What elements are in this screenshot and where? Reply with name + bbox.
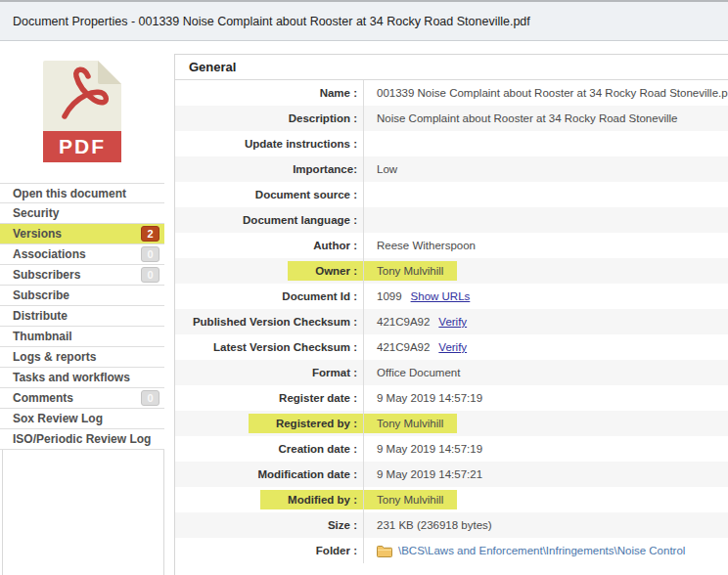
sidebar-item-label: Tasks and workflows [13,371,130,384]
property-label: Modified by : [260,490,363,509]
property-value-highlighted: Tony Mulvihill [364,261,457,281]
sidebar-item-label: Subscribers [13,268,80,282]
row-size: Size : 231 KB (236918 bytes) [175,512,728,538]
row-description: Description : Noise Complaint about Roos… [175,106,728,131]
sidebar-item-thumbnail[interactable]: Thumbnail [0,327,164,347]
property-value: 9 May 2019 14:57:21 [364,468,482,480]
versions-count-badge: 2 [141,226,159,242]
associations-count-badge: 0 [141,246,159,262]
sidebar-item-label: Open this document [13,187,126,200]
sidebar-item-label: Logs & reports [13,350,96,364]
sidebar-item-tasks-workflows[interactable]: Tasks and workflows [0,368,164,388]
row-owner: Owner : Tony Mulvihill [175,258,728,284]
row-latest-version-checksum: Latest Version Checksum : 421C9A92 Verif… [175,334,728,360]
sidebar-item-logs-reports[interactable]: Logs & reports [0,347,164,368]
property-label: Published Version Checksum : [193,316,363,328]
row-modified-by: Modified by : Tony Mulvihill [175,487,728,512]
subscribers-count-badge: 0 [141,267,159,283]
dialog-title: Document Properties - 001339 Noise Compl… [13,15,530,28]
property-value: Reese Witherspoon [364,240,476,251]
sidebar-item-sox-review-log[interactable]: Sox Review Log [0,409,164,429]
property-label: Size : [328,519,363,531]
sidebar-item-label: Comments [13,391,73,405]
property-value: 421C9A92 [364,341,430,353]
property-label: Folder : [316,545,363,556]
property-label: Owner : [288,261,363,281]
property-label: Registered by : [249,414,363,433]
dialog-titlebar: Document Properties - 001339 Noise Compl… [0,0,728,41]
row-author: Author : Reese Witherspoon [175,233,728,258]
sidebar-item-associations[interactable]: Associations 0 [0,244,164,265]
property-value: 9 May 2019 14:57:19 [364,392,482,404]
property-value: Low [364,163,397,175]
property-value-highlighted: Tony Mulvihill [364,414,457,433]
sidebar-item-versions[interactable]: Versions 2 [0,224,164,244]
sidebar-item-label: Thumbnail [13,330,72,343]
verify-published-checksum-link[interactable]: Verify [438,316,467,328]
sidebar-item-label: Versions [13,227,62,241]
property-label: Latest Version Checksum : [213,341,363,353]
sidebar-item-label: Security [13,206,59,220]
row-folder: Folder : \BCS\Laws and Enforcement\Infri… [175,538,728,563]
property-label: Format : [312,367,363,378]
sidebar-item-comments[interactable]: Comments 0 [0,388,164,409]
sidebar-item-security[interactable]: Security [0,203,164,224]
show-urls-link[interactable]: Show URLs [411,290,471,302]
sidebar-item-distribute[interactable]: Distribute [0,306,164,327]
property-label: Document source : [255,189,363,200]
property-label: Document language : [243,214,363,226]
property-label: Update instructions : [245,138,363,150]
folder-path-link[interactable]: \BCS\Laws and Enforcement\Infringements\… [398,545,685,556]
row-document-source: Document source : [175,182,728,207]
sidebar: PDF Open this document Security Versions… [0,41,164,575]
row-update-instructions: Update instructions : [175,131,728,156]
property-value: 421C9A92 [364,316,430,328]
property-label: Creation date : [278,443,363,455]
property-value: Noise Complaint about Rooster at 34 Rock… [364,112,677,124]
sidebar-item-label: Subscribe [13,288,69,302]
sidebar-item-open-this-document[interactable]: Open this document [0,183,164,203]
comments-count-badge: 0 [141,390,159,406]
pdf-icon-label: PDF [43,135,121,158]
row-modification-date: Modification date : 9 May 2019 14:57:21 [175,462,728,487]
sidebar-item-label: Distribute [13,309,68,323]
property-label: Document Id : [282,290,363,302]
row-registered-by: Registered by : Tony Mulvihill [175,411,728,436]
property-value: 001339 Noise Complaint about Rooster at … [364,87,728,99]
row-register-date: Register date : 9 May 2019 14:57:19 [175,385,728,411]
property-label: Description : [289,112,363,124]
sidebar-item-label: ISO/Periodic Review Log [13,432,151,446]
verify-latest-checksum-link[interactable]: Verify [438,341,467,353]
property-value-highlighted: Tony Mulvihill [364,490,457,509]
property-value: 9 May 2019 14:57:19 [364,443,482,455]
row-document-id: Document Id : 1099 Show URLs [175,284,728,309]
row-name: Name : 001339 Noise Complaint about Roos… [175,80,728,106]
property-value: 1099 [364,290,402,302]
folder-icon [377,545,392,557]
sidebar-empty-area [2,450,164,575]
row-format: Format : Office Document [175,360,728,385]
sidebar-item-iso-periodic-review-log[interactable]: ISO/Periodic Review Log [0,429,164,450]
property-label: Name : [320,87,363,99]
pdf-file-icon: PDF [43,61,121,162]
property-value: Office Document [364,367,460,378]
property-rows: Name : 001339 Noise Complaint about Roos… [175,80,728,563]
sidebar-item-label: Sox Review Log [13,412,103,425]
property-value: 231 KB (236918 bytes) [364,519,492,531]
sidebar-item-subscribers[interactable]: Subscribers 0 [0,265,164,286]
row-creation-date: Creation date : 9 May 2019 14:57:19 [175,436,728,462]
sidebar-item-subscribe[interactable]: Subscribe [0,286,164,306]
property-label: Register date : [279,392,363,404]
property-label: Importance: [293,163,363,175]
general-panel-header: General [175,55,728,80]
property-label: Author : [313,240,363,251]
row-document-language: Document language : [175,207,728,233]
sidebar-item-label: Associations [13,247,86,261]
row-importance: Importance: Low [175,156,728,182]
general-panel: General Name : 001339 Noise Complaint ab… [174,54,728,575]
property-label: Modification date : [257,468,363,480]
row-published-version-checksum: Published Version Checksum : 421C9A92 Ve… [175,309,728,334]
document-properties-dialog: Document Properties - 001339 Noise Compl… [0,0,728,575]
sidebar-menu: Open this document Security Versions 2 A… [0,183,164,450]
